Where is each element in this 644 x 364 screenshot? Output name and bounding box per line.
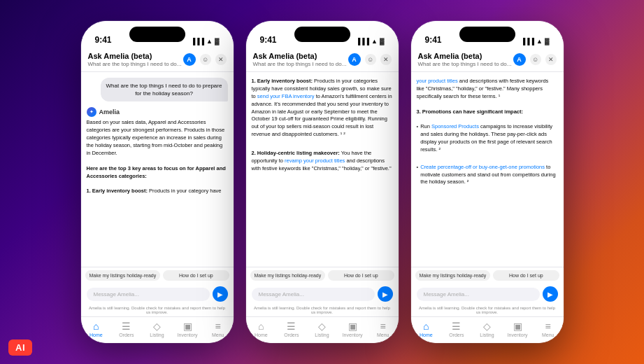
battery-icon-3: ▓: [545, 38, 550, 45]
status-icons-1: ▐▐▐ ▲ ▓: [191, 38, 220, 45]
orders-icon-3: ☰: [452, 321, 461, 331]
disclaimer-1: Amelia is still learning. Double check f…: [81, 304, 234, 316]
wifi-icon-1: ▲: [206, 38, 213, 45]
status-icons-2: ▐▐▐ ▲ ▓: [356, 38, 385, 45]
home-label-2: Home: [255, 332, 268, 337]
nav-orders-2[interactable]: ☰ Orders: [276, 321, 307, 337]
nav-home-3[interactable]: ⌂ Home: [411, 321, 442, 337]
close-icon-1[interactable]: ✕: [215, 54, 227, 65]
chat-content-2: 1. Early inventory boost: Products in yo…: [246, 72, 399, 267]
status-time-2: 9:41: [260, 35, 277, 45]
app-title-2: Ask Amelia (beta): [253, 52, 347, 60]
menu-label-3: Menu: [542, 332, 554, 337]
nav-orders-1[interactable]: ☰ Orders: [111, 321, 142, 337]
phone-island-2: [294, 27, 350, 42]
signal-icon-1: ▐▐▐: [191, 38, 204, 45]
home-icon-1: ⌂: [93, 321, 99, 331]
battery-icon-2: ▓: [380, 38, 385, 45]
nav-listing-3[interactable]: ◇ Listing: [472, 321, 503, 337]
numbered-item-2-2: 2. Holiday-centric listing makeover: You…: [252, 150, 393, 173]
nav-menu-1[interactable]: ≡ Menu: [203, 321, 234, 337]
chat-content-3: your product titles and descriptions wit…: [411, 72, 564, 267]
phone-island-3: [459, 27, 515, 42]
close-icon-2[interactable]: ✕: [380, 54, 392, 65]
phone-island-1: [129, 27, 185, 42]
chat-content-1: What are the top things I need to do to …: [81, 72, 234, 267]
status-time-1: 9:41: [95, 35, 112, 45]
quick-btn-setup-1[interactable]: How do I set up: [163, 270, 229, 281]
listing-icon-3: ◇: [483, 321, 491, 331]
app-subtitle-2: What are the top things I need to do...: [253, 61, 347, 67]
menu-label-1: Menu: [212, 332, 224, 337]
menu-icon-2: ≡: [380, 321, 386, 331]
bottom-nav-3: ⌂ Home ☰ Orders ◇ Listing ▣ Inventory ≡: [411, 316, 564, 343]
nav-inventory-2[interactable]: ▣ Inventory: [337, 321, 368, 337]
nav-orders-3[interactable]: ☰ Orders: [441, 321, 472, 337]
quick-btn-setup-2[interactable]: How do I set up: [328, 270, 394, 281]
smiley-icon-2[interactable]: ☺: [365, 54, 376, 65]
bottom-nav-1: ⌂ Home ☰ Orders ◇ Listing ▣ Inventory ≡: [81, 316, 234, 343]
home-label-3: Home: [420, 332, 433, 337]
home-icon-2: ⌂: [258, 321, 264, 331]
app-title-row-1: Ask Amelia (beta) What are the top thing…: [88, 52, 227, 67]
quick-btn-setup-3[interactable]: How do I set up: [493, 270, 559, 281]
orders-icon-2: ☰: [287, 321, 296, 331]
amelia-avatar-1: A: [183, 53, 196, 66]
quick-actions-1: Make my listings holiday-ready How do I …: [81, 267, 234, 284]
listing-icon-1: ◇: [153, 321, 161, 331]
amelia-avatar-3: A: [513, 53, 526, 66]
nav-home-1[interactable]: ⌂ Home: [81, 321, 112, 337]
home-icon-3: ⌂: [423, 321, 429, 331]
message-input-1[interactable]: Message Amelia...: [87, 288, 210, 301]
wifi-icon-2: ▲: [371, 38, 378, 45]
orders-icon-1: ☰: [122, 321, 131, 331]
status-time-3: 9:41: [425, 35, 442, 45]
bullet-item-3-1: • Run Sponsored Products campaigns to in…: [417, 123, 558, 154]
message-input-2[interactable]: Message Amelia...: [252, 288, 375, 301]
header-icons-3: A ☺ ✕: [513, 53, 557, 66]
nav-menu-2[interactable]: ≡ Menu: [368, 321, 399, 337]
quick-actions-3: Make my listings holiday-ready How do I …: [411, 267, 564, 284]
listing-label-1: Listing: [150, 332, 164, 337]
response-text-2: 1. Early inventory boost: Products in yo…: [252, 78, 393, 173]
menu-icon-3: ≡: [545, 321, 551, 331]
home-label-1: Home: [90, 332, 103, 337]
app-title-row-3: Ask Amelia (beta) What are the top thing…: [418, 52, 557, 67]
battery-icon-1: ▓: [215, 38, 220, 45]
smiley-icon-1[interactable]: ☺: [200, 54, 211, 65]
menu-label-2: Menu: [377, 332, 389, 337]
app-subtitle-1: What are the top things I need to do...: [88, 61, 182, 67]
phone-screen-1: 9:41 ▐▐▐ ▲ ▓ Ask Amelia (beta) What are …: [81, 21, 234, 343]
header-icons-1: A ☺ ✕: [183, 53, 227, 66]
orders-label-2: Orders: [284, 332, 299, 337]
app-title-group-2: Ask Amelia (beta) What are the top thing…: [253, 52, 347, 67]
phone-2: 9:41 ▐▐▐ ▲ ▓ Ask Amelia (beta) What are …: [246, 21, 399, 343]
ai-badge: AI: [8, 340, 32, 356]
listing-icon-2: ◇: [318, 321, 326, 331]
quick-btn-holiday-2[interactable]: Make my listings holiday-ready: [250, 270, 326, 281]
send-button-1[interactable]: ▶: [213, 286, 228, 302]
nav-inventory-1[interactable]: ▣ Inventory: [172, 321, 203, 337]
signal-icon-3: ▐▐▐: [521, 38, 534, 45]
message-input-row-2: Message Amelia... ▶: [246, 284, 399, 304]
phone-3: 9:41 ▐▐▐ ▲ ▓ Ask Amelia (beta) What are …: [411, 21, 564, 343]
orders-label-3: Orders: [449, 332, 464, 337]
amelia-label-1: ✦ Amelia: [87, 107, 228, 117]
nav-menu-3[interactable]: ≡ Menu: [533, 321, 564, 337]
phone-1: 9:41 ▐▐▐ ▲ ▓ Ask Amelia (beta) What are …: [81, 21, 234, 343]
app-title-row-2: Ask Amelia (beta) What are the top thing…: [253, 52, 392, 67]
quick-btn-holiday-1[interactable]: Make my listings holiday-ready: [85, 270, 161, 281]
nav-inventory-3[interactable]: ▣ Inventory: [502, 321, 533, 337]
nav-home-2[interactable]: ⌂ Home: [246, 321, 277, 337]
send-button-3[interactable]: ▶: [543, 286, 558, 302]
nav-listing-2[interactable]: ◇ Listing: [307, 321, 338, 337]
disclaimer-2: Amelia is still learning. Double check f…: [246, 304, 399, 316]
send-button-2[interactable]: ▶: [378, 286, 393, 302]
close-icon-3[interactable]: ✕: [545, 54, 557, 65]
quick-btn-holiday-3[interactable]: Make my listings holiday-ready: [415, 270, 491, 281]
smiley-icon-3[interactable]: ☺: [530, 54, 541, 65]
nav-listing-1[interactable]: ◇ Listing: [142, 321, 173, 337]
phone-screen-2: 9:41 ▐▐▐ ▲ ▓ Ask Amelia (beta) What are …: [246, 21, 399, 343]
numbered-item-2-1: 1. Early inventory boost: Products in yo…: [252, 78, 393, 139]
message-input-3[interactable]: Message Amelia...: [417, 288, 540, 301]
